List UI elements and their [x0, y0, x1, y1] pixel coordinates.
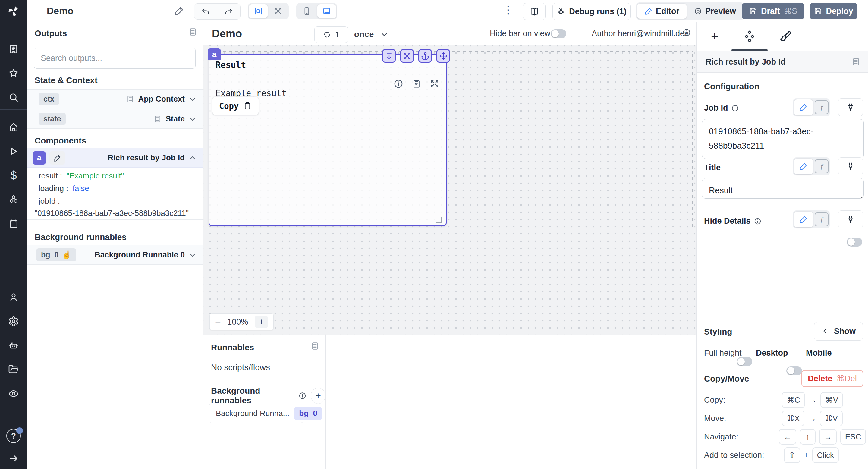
undo-button[interactable]	[194, 7, 217, 16]
tab-preview[interactable]: Preview	[687, 4, 743, 19]
resources-icon-button[interactable]	[0, 187, 27, 212]
run-mode-dropdown[interactable]: once	[354, 26, 389, 42]
home-icon	[8, 122, 19, 133]
home-icon-button[interactable]	[0, 115, 27, 139]
docs-button[interactable]	[523, 3, 546, 20]
outputs-doc-icon[interactable]	[188, 27, 197, 36]
move-component-button[interactable]	[436, 49, 450, 63]
delete-component-button[interactable]: Delete ⌘Del	[801, 370, 863, 387]
job-id-string-value[interactable]: "01910865-188a-bab7-a3ec-588b9ba3c211"	[35, 209, 189, 218]
search-icon-button[interactable]	[0, 85, 27, 110]
connect-output-button[interactable]	[838, 98, 863, 116]
audit-icon-button[interactable]	[0, 382, 27, 406]
static-mode-button[interactable]	[794, 212, 813, 227]
info-icon[interactable]	[754, 217, 762, 225]
more-menu-button[interactable]: ⋮	[503, 4, 514, 16]
deploy-button[interactable]: Deploy	[809, 3, 858, 19]
variables-icon-button[interactable]: $	[0, 163, 27, 187]
edit-title-button[interactable]	[174, 6, 184, 16]
info-icon[interactable]	[299, 391, 307, 400]
connect-output-button[interactable]	[838, 157, 863, 176]
chevron-down-icon[interactable]	[188, 115, 197, 123]
selected-component-tag[interactable]: a	[208, 48, 221, 60]
fx-mode-button[interactable]: f	[815, 100, 829, 114]
rich-result-component[interactable]: Result Example result Copy	[209, 54, 447, 226]
zoom-in-button[interactable]: +	[255, 316, 268, 328]
full-height-toggle[interactable]	[737, 357, 752, 366]
schedules-icon-button[interactable]	[0, 212, 27, 236]
info-icon[interactable]	[731, 104, 739, 112]
dollar-icon: $	[10, 169, 17, 182]
tab-editor[interactable]: Editor	[637, 4, 687, 19]
static-mode-button[interactable]	[794, 99, 813, 115]
ctx-badge: ctx	[38, 93, 59, 105]
redo-button[interactable]	[217, 7, 240, 16]
zoom-out-button[interactable]: −	[215, 316, 221, 327]
connect-output-button[interactable]	[838, 210, 863, 228]
runs-icon-button[interactable]	[0, 139, 27, 163]
rename-component-button[interactable]	[50, 151, 65, 164]
active-tab-underline	[732, 50, 768, 51]
design-canvas[interactable]: a Result Example result Copy	[204, 45, 696, 336]
help-button[interactable]: ?	[0, 424, 27, 448]
state-row[interactable]: state State	[27, 109, 204, 129]
users-icon-button[interactable]	[0, 285, 27, 309]
draft-button[interactable]: Draft ⌘S	[742, 3, 804, 19]
styling-show-button[interactable]: Show	[814, 322, 863, 341]
settings-doc-icon[interactable]	[851, 57, 861, 66]
output-prop-row[interactable]: result : "Example result"	[38, 171, 124, 181]
fx-mode-button[interactable]: f	[815, 159, 829, 173]
expand-down-button[interactable]	[382, 49, 396, 63]
output-prop-row[interactable]: jobId :	[38, 196, 60, 206]
title-input[interactable]: Result	[702, 178, 864, 199]
component-resize-handle[interactable]	[436, 217, 442, 223]
collapse-rail-button[interactable]	[0, 448, 27, 469]
canvas-header: Demo 1 once Hide bar on view Author henr…	[204, 22, 696, 45]
kbd-arrow-up: ↑	[800, 429, 815, 445]
tab-component-settings[interactable]	[743, 30, 756, 43]
chevron-down-icon[interactable]	[188, 95, 197, 103]
runnables-doc-icon[interactable]	[310, 342, 319, 350]
info-icon[interactable]	[393, 79, 404, 89]
chevron-down-icon[interactable]	[188, 251, 197, 259]
author-info-icon[interactable]	[682, 28, 691, 37]
copy-button[interactable]: Copy	[213, 97, 258, 115]
favorites-icon-button[interactable]	[0, 61, 27, 85]
settings-icon-button[interactable]	[0, 309, 27, 333]
workers-icon-button[interactable]	[0, 333, 27, 357]
bg-runnable-item[interactable]: Background Runna... bg_0	[209, 404, 304, 423]
tab-css-styling[interactable]	[779, 30, 792, 43]
debug-runs-button[interactable]: Debug runs (1)	[553, 3, 630, 20]
arrow-right-icon	[8, 453, 19, 464]
hide-details-toggle[interactable]	[846, 238, 862, 247]
centered-layout-button[interactable]	[249, 4, 268, 18]
tab-insert-component[interactable]: +	[711, 30, 718, 42]
anchor-component-button[interactable]	[418, 49, 432, 63]
maximize-icon	[274, 7, 283, 16]
static-mode-button[interactable]	[794, 159, 813, 174]
calendar-icon	[8, 218, 19, 229]
clipboard-copy-icon[interactable]	[411, 79, 422, 89]
refresh-count-button[interactable]: 1	[314, 26, 348, 43]
search-outputs-input[interactable]	[34, 48, 195, 69]
fullscreen-component-button[interactable]	[400, 49, 414, 63]
bg-runnable-row[interactable]: bg_0 ☝ Background Runnable 0	[27, 245, 204, 264]
folders-icon-button[interactable]	[0, 357, 27, 382]
desktop-view-button[interactable]	[317, 4, 336, 18]
chevron-up-icon[interactable]	[188, 154, 197, 162]
bottom-row: Runnables No scripts/flows Background ru…	[204, 335, 696, 469]
full-width-layout-button[interactable]	[269, 4, 287, 18]
fx-mode-button[interactable]: f	[815, 213, 829, 226]
hide-bar-toggle[interactable]	[551, 29, 566, 38]
component-row-a[interactable]: a Rich result by Job Id	[27, 148, 204, 167]
windmill-logo[interactable]	[0, 0, 27, 22]
desktop-toggle[interactable]	[786, 366, 802, 375]
mobile-view-button[interactable]	[298, 4, 316, 18]
expand-icon[interactable]	[430, 79, 440, 89]
output-prop-row[interactable]: loading : false	[38, 184, 89, 193]
job-id-input[interactable]: 01910865-188a-bab7-a3ec-588b9ba3c211	[702, 119, 864, 159]
add-bg-runnable-button[interactable]: +	[311, 387, 326, 404]
workspace-icon[interactable]	[0, 37, 27, 61]
ctx-row[interactable]: ctx App Context	[27, 89, 204, 109]
plug-icon	[846, 162, 855, 171]
